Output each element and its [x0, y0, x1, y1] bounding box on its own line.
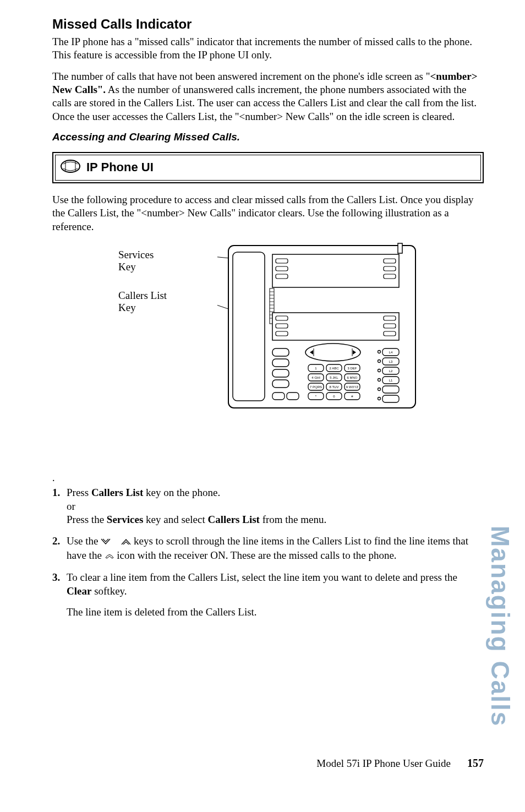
svg-text:7 PQRS: 7 PQRS — [310, 385, 322, 389]
svg-rect-12 — [384, 274, 396, 279]
svg-rect-73 — [382, 395, 399, 402]
step-body: Use the keys to scroll through the line … — [67, 535, 484, 563]
svg-text:L3: L3 — [389, 360, 393, 363]
svg-rect-31 — [272, 359, 289, 367]
svg-rect-4 — [233, 252, 265, 401]
paragraph-intro: The IP phone has a "missed calls" indica… — [52, 35, 484, 62]
svg-rect-7 — [276, 259, 288, 263]
step-number: 3. — [52, 571, 67, 619]
ip-phone-ui-box-inner: IP Phone UI — [55, 155, 481, 181]
phone-ui-icon — [60, 159, 81, 177]
label-services-key: Services Key — [118, 249, 154, 273]
svg-text:9 WXYZ: 9 WXYZ — [346, 385, 359, 389]
step-number: 1. — [52, 486, 67, 527]
svg-rect-28 — [384, 324, 396, 328]
step-number: 2. — [52, 535, 67, 563]
svg-rect-62 — [287, 393, 299, 400]
svg-point-74 — [378, 397, 381, 400]
step-0-dot: . — [52, 472, 484, 484]
footer-title: Model 57i IP Phone User Guide — [316, 757, 451, 770]
step-2: 2. Use the keys to scroll through the li… — [52, 535, 484, 563]
svg-rect-24 — [276, 316, 288, 320]
svg-rect-26 — [276, 331, 288, 336]
step-body: Press Callers List key on the phone. or … — [67, 486, 484, 527]
svg-rect-30 — [272, 348, 289, 356]
svg-text:8 TUV: 8 TUV — [330, 385, 339, 389]
step-3: 3. To clear a line item from the Callers… — [52, 571, 484, 619]
label-callers-list-key: Callers List Key — [118, 290, 167, 314]
step-1: 1. Press Callers List key on the phone. … — [52, 486, 484, 527]
svg-rect-8 — [276, 266, 288, 271]
footer-page-number: 157 — [467, 757, 484, 770]
steps-list: . 1. Press Callers List key on the phone… — [52, 472, 484, 619]
scroll-down-icon — [101, 535, 111, 549]
svg-rect-10 — [384, 259, 396, 263]
svg-text:2 ABC: 2 ABC — [329, 367, 339, 370]
svg-rect-5 — [398, 243, 402, 253]
text-fragment: The number of calls that have not been a… — [52, 70, 430, 82]
svg-text:4 GHI: 4 GHI — [311, 376, 320, 379]
svg-rect-9 — [276, 274, 288, 279]
scroll-up-icon — [121, 535, 131, 549]
svg-point-68 — [378, 369, 381, 372]
svg-rect-33 — [272, 380, 289, 388]
svg-text:L4: L4 — [389, 351, 393, 354]
paragraph-procedure: Use the following procedure to access an… — [52, 193, 484, 233]
svg-rect-25 — [276, 324, 288, 328]
side-tab-managing-calls: Managing Calls — [485, 526, 515, 727]
svg-point-72 — [378, 388, 381, 390]
page: Missed Calls Indicator The IP phone has … — [0, 0, 525, 782]
svg-rect-11 — [384, 266, 396, 271]
svg-rect-29 — [384, 331, 396, 336]
svg-text:6 MNO: 6 MNO — [347, 376, 357, 379]
svg-point-66 — [378, 359, 381, 362]
svg-rect-27 — [384, 316, 396, 320]
svg-rect-23 — [272, 313, 399, 340]
subheading-accessing: Accessing and Clearing Missed Calls. — [52, 131, 484, 143]
svg-rect-61 — [272, 393, 285, 400]
ip-phone-ui-box: IP Phone UI — [52, 152, 484, 183]
text-fragment: As the number of unanswered calls increm… — [52, 84, 477, 122]
svg-text:L2: L2 — [389, 369, 393, 373]
svg-point-64 — [378, 350, 381, 353]
svg-text:L1: L1 — [389, 379, 393, 382]
page-footer: Model 57i IP Phone User Guide 157 — [0, 757, 525, 770]
svg-rect-32 — [272, 369, 289, 377]
receiver-icon — [105, 549, 114, 563]
svg-rect-6 — [272, 254, 399, 287]
phone-device-svg: 12 ABC3 DEF 4 GHI5 JKL6 MNO 7 PQRS8 TUV9… — [217, 241, 426, 417]
svg-text:5 JKL: 5 JKL — [330, 376, 338, 379]
step-body: To clear a line item from the Callers Li… — [67, 571, 484, 619]
svg-point-70 — [378, 378, 381, 381]
svg-rect-71 — [382, 386, 399, 393]
paragraph-idle-screen: The number of calls that have not been a… — [52, 70, 484, 123]
svg-text:3 DEF: 3 DEF — [347, 367, 357, 370]
section-title: Missed Calls Indicator — [52, 17, 484, 32]
phone-illustration: Services Key Callers List Key — [118, 241, 426, 428]
ip-phone-ui-label: IP Phone UI — [86, 160, 154, 175]
